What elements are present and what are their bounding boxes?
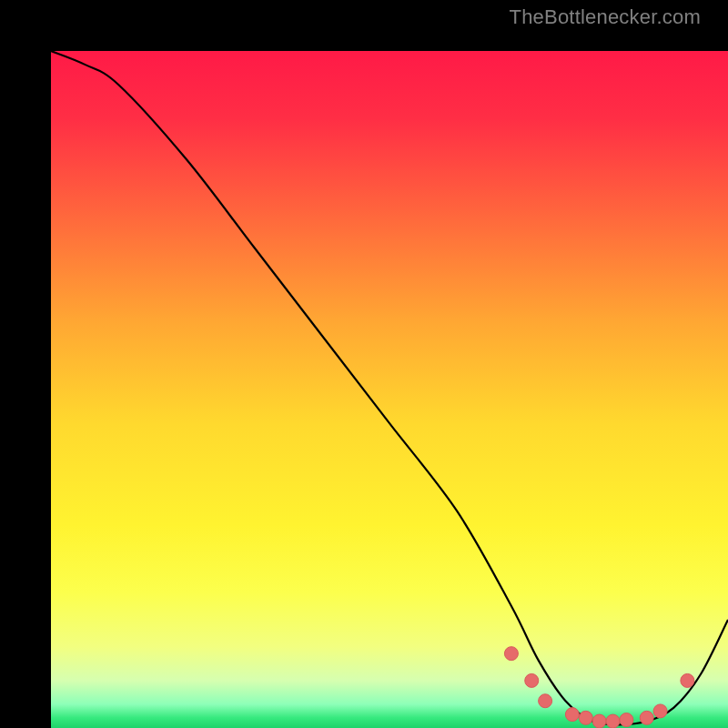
gradient-background [51, 51, 728, 728]
highlight-marker [640, 711, 653, 724]
highlight-marker [653, 704, 667, 718]
highlight-marker [681, 673, 694, 687]
highlight-marker [620, 713, 633, 727]
highlight-marker [504, 647, 518, 661]
highlight-marker [579, 711, 592, 724]
highlight-marker [592, 714, 606, 728]
chart-frame [25, 25, 703, 703]
highlight-marker [525, 673, 539, 687]
highlight-marker [539, 694, 552, 708]
bottleneck-chart [51, 51, 728, 728]
watermark-text: TheBottlenecker.com [510, 5, 701, 29]
highlight-marker [565, 708, 579, 722]
highlight-marker [606, 714, 620, 728]
